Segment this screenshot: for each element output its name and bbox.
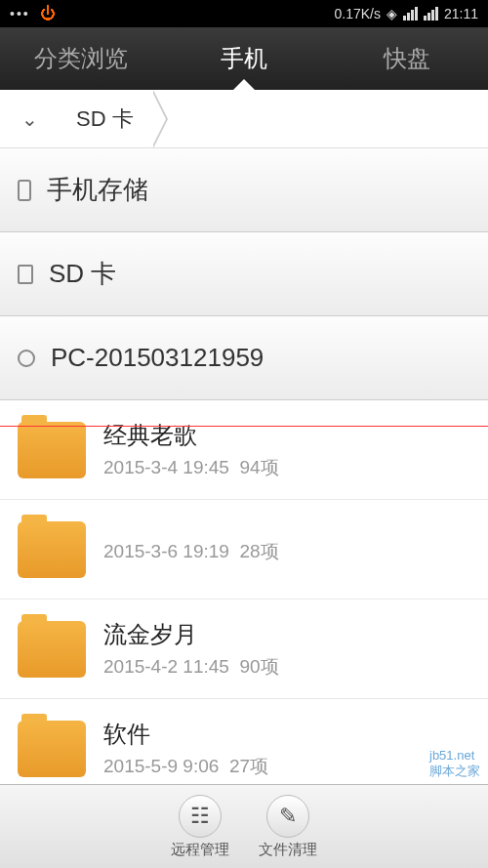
folder-meta: 2015-4-2 11:45 90项 <box>103 654 279 680</box>
folder-name: 经典老歌 <box>103 420 279 451</box>
section-pc[interactable]: PC-201503121959 <box>0 316 488 400</box>
signal-icon-1 <box>403 7 418 21</box>
remote-manage-icon: ☷ <box>179 795 222 838</box>
status-bar: ••• ⏻ 0.17K/s ◈ 21:11 <box>0 0 488 27</box>
watermark: jb51.net 脚本之家 <box>429 748 480 780</box>
signal-icon-2 <box>424 7 438 21</box>
folder-icon <box>18 422 86 478</box>
section-label: SD 卡 <box>49 257 116 291</box>
file-cleanup-button[interactable]: ✎ 文件清理 <box>259 795 317 859</box>
folder-list: 经典老歌 2015-3-4 19:45 94项 2015-3-6 19:19 2… <box>0 400 488 818</box>
folder-meta: 2015-5-9 9:06 27项 <box>103 754 268 779</box>
folder-meta: 2015-3-6 19:19 28项 <box>103 539 279 564</box>
active-tab-indicator <box>232 79 256 91</box>
section-label: 手机存储 <box>47 173 148 207</box>
remote-manage-button[interactable]: ☷ 远程管理 <box>171 795 229 859</box>
breadcrumb: ⌄ SD 卡 <box>0 90 488 148</box>
status-right: 0.17K/s ◈ 21:11 <box>334 6 478 21</box>
folder-name: 流金岁月 <box>103 619 279 650</box>
folder-icon <box>18 521 86 578</box>
wifi-icon: ◈ <box>386 6 397 21</box>
folder-name: 软件 <box>103 719 268 750</box>
brush-icon: ✎ <box>266 795 309 838</box>
folder-icon <box>18 721 86 777</box>
section-sd-card[interactable]: SD 卡 <box>0 232 488 316</box>
network-speed: 0.17K/s <box>334 6 380 21</box>
folder-item[interactable]: 2015-3-6 19:19 28项 <box>0 500 488 599</box>
folder-item[interactable]: 经典老歌 2015-3-4 19:45 94项 <box>0 400 488 500</box>
folder-item[interactable]: 流金岁月 2015-4-2 11:45 90项 <box>0 599 488 699</box>
tab-bar: 分类浏览 手机 快盘 <box>0 27 488 90</box>
section-phone-storage[interactable]: 手机存储 <box>0 148 488 232</box>
sd-card-icon <box>18 265 33 284</box>
folder-icon <box>18 621 86 678</box>
bottom-toolbar: ☷ 远程管理 ✎ 文件清理 <box>0 784 488 868</box>
power-icon: ⏻ <box>40 5 56 22</box>
more-dots-icon: ••• <box>10 6 30 21</box>
section-label: PC-201503121959 <box>51 343 264 373</box>
red-annotation-line <box>0 426 488 427</box>
phone-storage-icon <box>18 180 31 201</box>
tab-category[interactable]: 分类浏览 <box>0 27 163 90</box>
breadcrumb-item-sd[interactable]: SD 卡 <box>59 90 151 148</box>
tab-kuaipan[interactable]: 快盘 <box>325 27 488 90</box>
clock: 21:11 <box>444 6 478 21</box>
status-left: ••• ⏻ <box>10 5 56 22</box>
folder-meta: 2015-3-4 19:45 94项 <box>103 455 279 480</box>
chevron-down-icon[interactable]: ⌄ <box>0 107 59 131</box>
wifi-circle-icon <box>18 350 35 367</box>
